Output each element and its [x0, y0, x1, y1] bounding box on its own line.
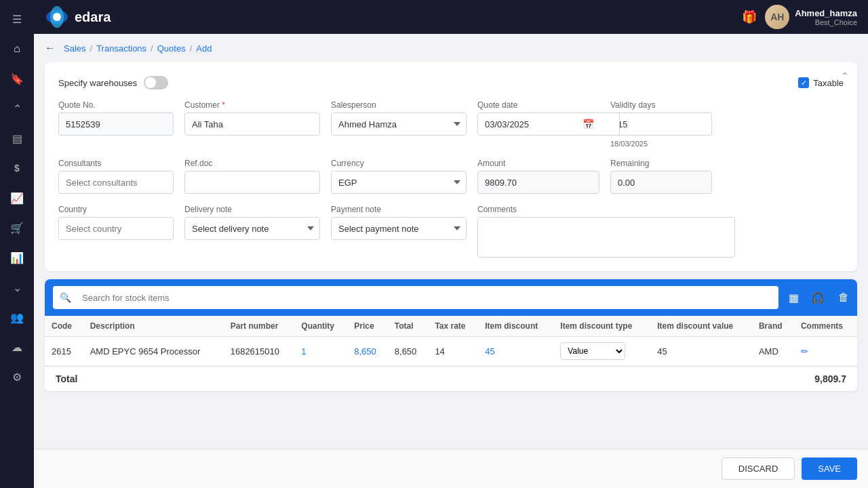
discount-type-select[interactable]: Value Percentage	[560, 342, 625, 360]
search-input[interactable]	[75, 286, 772, 309]
col-item-discount-type: Item discount type	[553, 316, 650, 337]
col-code: Code	[45, 316, 83, 337]
back-button[interactable]: ←	[45, 42, 56, 54]
country-group: Country	[58, 205, 174, 240]
sidebar: ☰ ⌂ 🔖 ⌃ ▤ $ 📈 🛒 📊 ⌄ 👥 ☁ ⚙	[0, 0, 34, 488]
form-row-1: Quote No. Customer * Salesperson Ahmed H…	[58, 100, 844, 148]
logo: edara	[45, 5, 111, 29]
gift-icon[interactable]: 🎁	[742, 9, 757, 24]
sidebar-item-analytics[interactable]: 📈	[5, 186, 29, 210]
payment-note-select[interactable]: Select payment note	[331, 217, 467, 240]
quantity-link[interactable]: 1	[301, 346, 306, 357]
row-edit-icon[interactable]: ✏	[801, 346, 808, 357]
sidebar-item-sales[interactable]: 🛒	[5, 216, 29, 240]
comments-textarea[interactable]	[477, 217, 735, 258]
form-card: ⌃ Specify warehouses ✓ Taxable Quote No.	[45, 62, 857, 271]
avatar: AH	[765, 5, 789, 29]
customer-input[interactable]	[184, 113, 320, 136]
hamburger-menu[interactable]: ☰	[5, 7, 29, 31]
col-tax-rate: Tax rate	[428, 316, 478, 337]
page-content: ← Sales / Transactions / Quotes / Add ⌃ …	[34, 34, 868, 449]
delete-icon[interactable]: 🗑	[838, 291, 849, 304]
breadcrumb-transactions[interactable]: Transactions	[96, 43, 146, 54]
currency-group: Currency EGP	[331, 159, 467, 194]
calendar-icon[interactable]: 📅	[583, 119, 594, 129]
quote-date-field: 📅	[477, 113, 599, 136]
sidebar-item-reports[interactable]: 📊	[5, 245, 29, 270]
cell-item-discount: 45	[478, 337, 553, 366]
sidebar-item-home[interactable]: ⌂	[5, 37, 29, 61]
taxable-label: Taxable	[813, 78, 844, 88]
delivery-note-select[interactable]: Select delivery note	[184, 217, 320, 240]
ref-doc-input[interactable]	[184, 171, 320, 194]
delivery-note-group: Delivery note Select delivery note	[184, 205, 320, 240]
items-section: 🔍 ▦ 🎧 🗑 Code Description Part numb	[45, 279, 857, 391]
ref-doc-label: Ref.doc	[184, 159, 320, 168]
topbar: edara 🎁 AH Ahmed_hamza Best_Choice	[34, 0, 868, 34]
delivery-note-label: Delivery note	[184, 205, 320, 214]
salesperson-group: Salesperson Ahmed Hamza	[331, 100, 467, 136]
specify-warehouses-row: Specify warehouses	[58, 76, 168, 89]
form-row-3: Country Delivery note Select delivery no…	[58, 205, 844, 258]
specify-warehouses-toggle[interactable]	[144, 76, 168, 89]
discard-button[interactable]: DISCARD	[722, 458, 795, 480]
toggle-knob	[145, 77, 156, 88]
sidebar-item-bookmarks[interactable]: 🔖	[5, 66, 29, 91]
quote-no-input[interactable]	[58, 113, 174, 136]
salesperson-select[interactable]: Ahmed Hamza	[331, 113, 467, 136]
currency-select[interactable]: EGP	[331, 171, 467, 194]
search-bar: 🔍 ▦ 🎧 🗑	[45, 279, 857, 316]
topbar-right: 🎁 AH Ahmed_hamza Best_Choice	[742, 5, 857, 29]
headset-icon[interactable]: 🎧	[808, 288, 827, 307]
currency-label: Currency	[331, 159, 467, 168]
sidebar-item-users[interactable]: 👥	[5, 305, 29, 329]
consultants-label: Consultants	[58, 159, 174, 168]
search-bar-icons: ▦ 🎧	[784, 288, 827, 307]
customer-label: Customer *	[184, 100, 320, 110]
col-price: Price	[347, 316, 388, 337]
col-item-discount-value: Item discount value	[650, 316, 752, 337]
form-row-2: Consultants Ref.doc Currency EGP Amount	[58, 159, 844, 194]
col-total: Total	[388, 316, 429, 337]
sidebar-item-expand[interactable]: ⌄	[5, 275, 29, 300]
breadcrumb-quotes[interactable]: Quotes	[157, 43, 186, 54]
quote-date-input[interactable]	[477, 113, 620, 136]
sidebar-item-finance[interactable]: $	[5, 156, 29, 180]
save-button[interactable]: SAVE	[802, 458, 857, 480]
country-label: Country	[58, 205, 174, 214]
total-label: Total	[56, 373, 77, 384]
remaining-group: Remaining	[610, 159, 712, 194]
taxable-checkbox[interactable]: ✓	[798, 77, 809, 88]
user-role: Best_Choice	[795, 18, 857, 26]
amount-input[interactable]	[477, 171, 599, 194]
validity-days-input[interactable]	[610, 113, 712, 136]
col-brand: Brand	[752, 316, 794, 337]
remaining-input[interactable]	[610, 171, 712, 194]
consultants-input[interactable]	[58, 171, 174, 194]
sidebar-item-collapse[interactable]: ⌃	[5, 96, 29, 121]
breadcrumb-sales[interactable]: Sales	[64, 43, 86, 54]
customer-group: Customer *	[184, 100, 320, 136]
total-value: 9,809.7	[814, 373, 846, 384]
cell-part-number: 1682615010	[224, 337, 295, 366]
cell-description: AMD EPYC 9654 Processor	[83, 337, 224, 366]
collapse-button[interactable]: ⌃	[841, 70, 849, 81]
quote-no-label: Quote No.	[58, 100, 174, 110]
cell-item-discount-type: Value Percentage	[553, 337, 650, 366]
main-content: edara 🎁 AH Ahmed_hamza Best_Choice ← Sal…	[34, 0, 868, 488]
cell-total: 8,650	[388, 337, 429, 366]
logo-icon	[45, 5, 69, 29]
comments-label: Comments	[477, 205, 735, 214]
sidebar-item-grid[interactable]: ▤	[5, 126, 29, 150]
country-input[interactable]	[58, 217, 174, 240]
sidebar-item-cloud[interactable]: ☁	[5, 335, 29, 359]
footer-bar: DISCARD SAVE	[34, 449, 868, 488]
user-menu[interactable]: AH Ahmed_hamza Best_Choice	[765, 5, 857, 29]
search-icon: 🔍	[60, 292, 71, 303]
amount-label: Amount	[477, 159, 599, 168]
sidebar-item-settings[interactable]: ⚙	[5, 365, 29, 389]
quote-no-group: Quote No.	[58, 100, 174, 136]
validity-days-label: Validity days	[610, 100, 712, 110]
breadcrumb: ← Sales / Transactions / Quotes / Add	[45, 42, 857, 54]
barcode-icon[interactable]: ▦	[784, 288, 803, 307]
